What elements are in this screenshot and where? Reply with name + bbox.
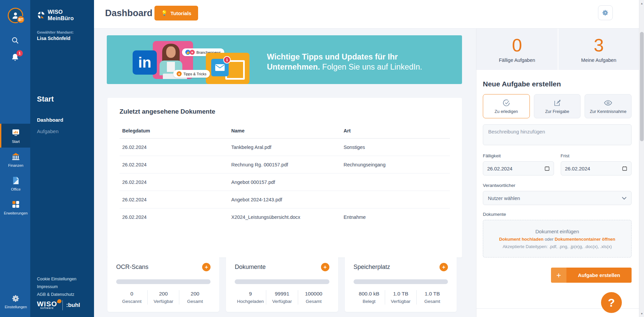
- due-tasks-stat[interactable]: 0 Fällige Aufgaben: [476, 29, 558, 70]
- linkedin-logo: in: [133, 50, 157, 75]
- edit-icon: [553, 99, 561, 107]
- description-input[interactable]: [483, 124, 632, 145]
- ocr-scans-card: OCR-Scans + 0Gescannt 200Verfügbar 200Ge…: [107, 255, 219, 312]
- deadline-label: Frist: [561, 153, 632, 158]
- scrollbar-thumb[interactable]: [640, 32, 644, 141]
- my-tasks-count: 3: [594, 36, 604, 54]
- card-title: OCR-Scans: [116, 264, 148, 271]
- recent-documents-card: Zuletzt angesehene Dokumente Belegdatum …: [107, 98, 462, 257]
- deadline-input[interactable]: [565, 166, 623, 171]
- scroll-up-arrow[interactable]: ▲: [639, 1, 644, 6]
- responsible-select[interactable]: Nutzer wählen: [483, 191, 632, 205]
- calendar-icon: [545, 166, 550, 171]
- documents-progress-bar: [235, 279, 329, 284]
- scroll-down-arrow[interactable]: ▼: [639, 311, 644, 316]
- tutorials-button[interactable]: 💡 Tutorials: [154, 6, 198, 21]
- eye-icon: [604, 99, 612, 107]
- check-circle-icon: [502, 99, 510, 107]
- table-row[interactable]: 26.02.2024 Tankbeleg Aral.pdf Sonstiges: [120, 138, 450, 156]
- linkedin-banner[interactable]: in 👍 ♥ Branchennews 1 ★ Tipps & Tricks W…: [107, 35, 462, 84]
- rail-item-start[interactable]: Start: [0, 124, 30, 148]
- task-type-zu-erledigen[interactable]: Zu erledigen: [483, 94, 530, 118]
- upload-document-link[interactable]: Dokument hochladen: [499, 237, 543, 242]
- storage-progress-bar: [354, 279, 448, 284]
- rail-item-office[interactable]: Office: [0, 171, 30, 195]
- gear-icon: [12, 294, 20, 303]
- recent-documents-table: Belegdatum Name Art 26.02.2024 Tankbeleg…: [120, 124, 450, 226]
- table-row[interactable]: 26.02.2024 Rechnung Rg. 000157.pdf Rechn…: [120, 156, 450, 173]
- table-row[interactable]: 26.02.2024 Angebot 2024-1243.pdf: [120, 191, 450, 208]
- rail-item-finanzen[interactable]: Finanzen: [0, 148, 30, 171]
- wiso-buhl-logo: WISO software :buhl: [37, 300, 91, 310]
- deadline-field[interactable]: [561, 161, 632, 175]
- task-type-zur-freigabe[interactable]: Zur Freigabe: [534, 94, 581, 118]
- due-tasks-count: 0: [512, 36, 522, 54]
- create-task-button[interactable]: + Aufgabe erstellen: [551, 268, 632, 283]
- dashboard-settings-button[interactable]: [598, 5, 613, 20]
- rail-item-erweiterungen[interactable]: Erweiterungen: [0, 195, 30, 219]
- usage-cards-row: OCR-Scans + 0Gescannt 200Verfügbar 200Ge…: [107, 255, 457, 312]
- table-row[interactable]: 26.02.2024 X2024_Leistungsübersicht.docx…: [120, 208, 450, 226]
- sidebar-item-dashboard[interactable]: Dashboard: [37, 117, 87, 123]
- recent-documents-title: Zuletzt angesehene Dokumente: [120, 108, 450, 115]
- avatar-initials-badge: BT: [17, 15, 25, 24]
- due-date-input[interactable]: [487, 166, 545, 171]
- table-row[interactable]: 26.02.2024 Angebot 000157.pdf: [120, 173, 450, 191]
- bank-icon: [11, 152, 20, 161]
- column-header-belegdatum: Belegdatum: [120, 124, 229, 138]
- notifications-button[interactable]: 1: [0, 53, 30, 63]
- link-impressum[interactable]: Impressum: [37, 284, 91, 289]
- help-button[interactable]: ?: [601, 292, 622, 313]
- card-title: Dokumente: [235, 264, 266, 271]
- page-header: Dashboard 💡 Tutorials: [94, 0, 639, 29]
- notification-count-badge: 1: [16, 50, 23, 56]
- tasks-panel: 0 Fällige Aufgaben 3 Meine Aufgaben Neue…: [476, 0, 639, 317]
- link-cookie-einstellungen[interactable]: Cookie Einstellungen: [37, 277, 91, 281]
- brand-name: WISO MeinBüro: [48, 9, 87, 22]
- open-container-link[interactable]: Dokumentencontainer öffnen: [555, 237, 615, 242]
- rail-item-label: Erweiterungen: [4, 211, 28, 215]
- icon-rail: BT 1 Start Finanzen Office Erweiterungen: [0, 0, 30, 317]
- add-ocr-button[interactable]: +: [202, 263, 211, 271]
- new-task-form: Neue Aufgabe erstellen Zu erledigen Zur …: [476, 70, 639, 309]
- buhl-logo: :buhl: [66, 302, 80, 309]
- wiso-logo-icon: [37, 11, 45, 19]
- tipps-tricks-pill: ★ Tipps & Tricks: [173, 70, 210, 78]
- page-scrollbar[interactable]: ▲ ▼: [639, 0, 644, 317]
- start-chart-icon: [11, 128, 20, 137]
- new-task-title: Neue Aufgabe erstellen: [483, 80, 632, 88]
- user-avatar[interactable]: BT: [8, 8, 23, 23]
- sidebar-item-aufgaben[interactable]: Aufgaben: [37, 128, 87, 134]
- document-dropzone[interactable]: Dokument einfügen Dokument hochladen ode…: [483, 220, 632, 257]
- plus-icon: +: [551, 268, 566, 283]
- add-document-button[interactable]: +: [321, 263, 329, 271]
- brand[interactable]: WISO MeinBüro: [37, 9, 87, 22]
- lightbulb-icon: 💡: [161, 10, 168, 16]
- rail-nav: Start Finanzen Office Erweiterungen: [0, 124, 30, 219]
- search-button[interactable]: [0, 36, 30, 44]
- accepted-filetypes-hint: Akzeptierte Dateitypen: .pdf, .png, .jp(…: [503, 244, 612, 249]
- rail-item-einstellungen[interactable]: Einstellungen: [0, 290, 30, 313]
- main-content: in 👍 ♥ Branchennews 1 ★ Tipps & Tricks W…: [94, 29, 476, 317]
- heart-icon: ♥: [190, 50, 195, 55]
- my-tasks-stat[interactable]: 3 Meine Aufgaben: [558, 29, 640, 70]
- calendar-icon: [622, 166, 627, 171]
- page-title: Dashboard: [105, 8, 152, 18]
- star-icon: ★: [177, 71, 182, 76]
- client-label: Gewählter Mandant:: [37, 30, 87, 34]
- column-header-art: Art: [341, 124, 450, 138]
- ocr-progress-bar: [116, 279, 211, 284]
- banner-mail-card: 1: [206, 53, 249, 84]
- speicherplatz-card: Speicherplatz + 800.0 kBBelegt 1.0 TBVer…: [345, 255, 457, 312]
- documents-label: Dokumente: [483, 212, 632, 217]
- responsible-label: Verantwortlicher: [483, 183, 632, 188]
- search-icon: [11, 36, 19, 44]
- secondary-sidebar: WISO MeinBüro Gewählter Mandant: Lisa Sc…: [30, 0, 94, 317]
- rail-item-label: Einstellungen: [5, 305, 27, 309]
- wiso-flame-icon: [57, 299, 62, 304]
- add-storage-button[interactable]: +: [440, 263, 448, 271]
- link-agb-datenschutz[interactable]: AGB & Datenschutz: [37, 292, 91, 297]
- task-type-zur-kenntnisnahme[interactable]: Zur Kenntnisnahme: [585, 94, 632, 118]
- document-icon: [12, 176, 20, 185]
- due-date-field[interactable]: [483, 161, 554, 175]
